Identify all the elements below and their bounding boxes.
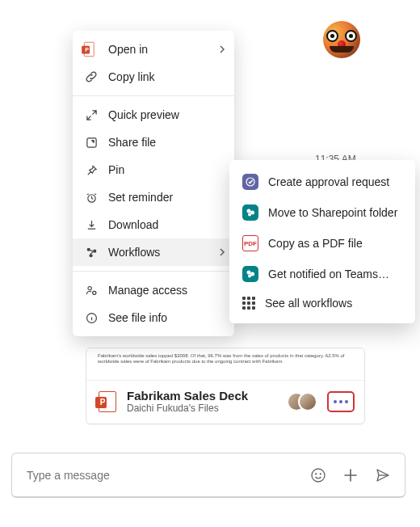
pin-icon (84, 162, 99, 177)
clock-icon (84, 190, 99, 204)
submenu-label: Move to Sharepoint folder (268, 206, 397, 219)
apps-grid-icon (242, 297, 255, 310)
workflows-submenu: Create approval request Move to Sharepoi… (229, 160, 415, 323)
submenu-copy-pdf[interactable]: PDF Copy as a PDF file (229, 228, 415, 259)
menu-label: Manage access (108, 284, 187, 297)
powerpoint-icon (96, 390, 119, 413)
menu-label: Copy link (108, 70, 155, 83)
approvals-app-icon (242, 174, 258, 190)
menu-share-file[interactable]: Share file (73, 129, 234, 156)
svg-point-14 (248, 213, 251, 217)
menu-manage-access[interactable]: Manage access (73, 276, 234, 304)
sender-avatar[interactable] (323, 21, 360, 58)
menu-set-reminder[interactable]: Set reminder (73, 183, 234, 211)
svg-point-15 (247, 271, 251, 275)
submenu-create-approval[interactable]: Create approval request (229, 167, 415, 197)
submenu-see-all-workflows[interactable]: See all workflows (229, 289, 415, 317)
menu-label: Share file (108, 136, 156, 149)
submenu-label: Copy as a PDF file (268, 237, 363, 250)
menu-download[interactable]: Download (73, 211, 234, 238)
menu-label: See file info (108, 311, 167, 324)
menu-label: Pin (108, 163, 124, 176)
menu-label: Download (108, 218, 158, 231)
file-context-menu: Open in Copy link Quick preview Share fi… (73, 31, 234, 336)
menu-label: Quick preview (108, 108, 179, 121)
file-title: Fabrikam Sales Deck (127, 389, 279, 403)
menu-quick-preview[interactable]: Quick preview (73, 101, 234, 129)
submenu-move-sharepoint[interactable]: Move to Sharepoint folder (229, 197, 415, 228)
svg-point-6 (93, 249, 96, 252)
svg-point-1 (316, 473, 317, 474)
compose-box[interactable] (11, 453, 405, 498)
svg-rect-3 (86, 137, 95, 146)
link-icon (84, 70, 99, 84)
recent-collaborators-avatars[interactable] (287, 392, 319, 411)
message-input[interactable] (25, 453, 295, 496)
download-icon (84, 217, 99, 232)
svg-point-7 (89, 254, 92, 257)
info-icon (84, 310, 99, 325)
emoji-icon[interactable] (309, 466, 327, 484)
submenu-notified-teams[interactable]: Get notified on Teams… (229, 259, 415, 289)
svg-point-17 (248, 275, 251, 278)
submenu-label: See all workflows (265, 297, 352, 310)
sharepoint-app-icon (242, 266, 258, 282)
powerpoint-icon (84, 42, 99, 57)
file-attachment-card[interactable]: Fabrikam's worldwide sales topped $2008.… (86, 348, 365, 424)
people-settings-icon (84, 283, 99, 297)
menu-label: Set reminder (108, 191, 173, 204)
menu-workflows[interactable]: Workflows (73, 238, 234, 266)
menu-label: Workflows (108, 246, 160, 259)
svg-point-0 (312, 469, 325, 482)
send-icon[interactable] (374, 466, 392, 484)
chevron-right-icon (218, 247, 226, 257)
svg-point-2 (320, 473, 321, 474)
add-attachment-icon[interactable] (342, 466, 359, 484)
expand-icon (84, 108, 99, 122)
submenu-label: Create approval request (268, 175, 389, 188)
sharepoint-app-icon (242, 204, 258, 221)
submenu-label: Get notified on Teams… (268, 268, 389, 280)
file-thumbnail-preview: Fabrikam's worldwide sales topped $2008.… (86, 348, 364, 381)
menu-pin[interactable]: Pin (73, 156, 234, 183)
chevron-right-icon (218, 44, 226, 54)
share-icon (84, 135, 99, 150)
svg-point-8 (88, 286, 91, 289)
file-location: Daichi Fukuda's Files (127, 403, 279, 414)
more-options-button[interactable] (327, 391, 355, 412)
pdf-icon: PDF (242, 235, 258, 251)
svg-point-12 (247, 209, 251, 213)
menu-see-file-info[interactable]: See file info (73, 304, 234, 331)
menu-open-in[interactable]: Open in (73, 36, 234, 63)
workflow-icon (84, 245, 99, 259)
menu-label: Open in (108, 43, 148, 56)
menu-copy-link[interactable]: Copy link (73, 63, 234, 91)
